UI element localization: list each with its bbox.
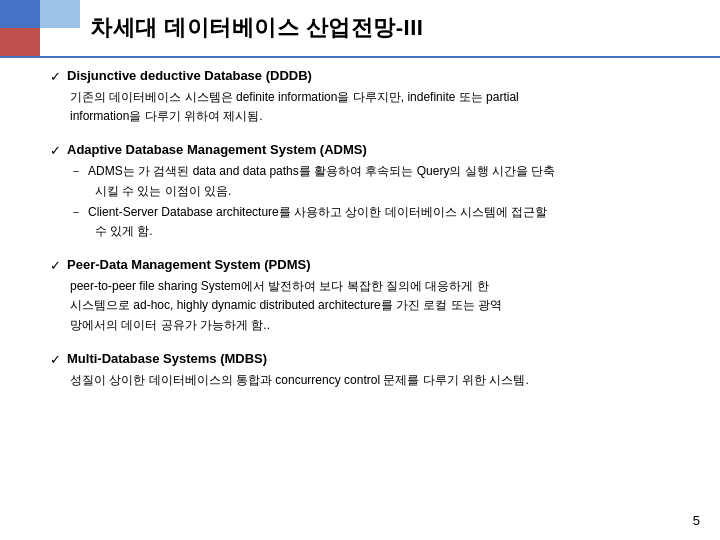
section-mdbs-body: 성질이 상이한 데이터베이스의 통합과 concurrency control … — [70, 371, 690, 390]
dash-icon: － — [70, 162, 82, 181]
checkmark-icon-3: ✓ — [50, 258, 61, 273]
adms-bullet-2-text: Client-Server Database architecture를 사용하… — [88, 203, 690, 241]
section-dddb: ✓ Disjunctive deductive Database (DDDB) … — [50, 68, 690, 126]
section-pdms-body: peer-to-peer file sharing System에서 발전하여 … — [70, 277, 690, 335]
checkmark-icon-4: ✓ — [50, 352, 61, 367]
accent-red — [0, 28, 40, 56]
header-bar: 차세대 데이터베이스 산업전망-III — [0, 0, 720, 56]
accent-blue — [0, 0, 40, 28]
dash-icon-2: － — [70, 203, 82, 222]
slide-content: ✓ Disjunctive deductive Database (DDDB) … — [50, 68, 690, 500]
checkmark-icon: ✓ — [50, 69, 61, 84]
section-mdbs-header: ✓ Multi-Database Systems (MDBS) — [50, 351, 690, 367]
mdbs-text: 성질이 상이한 데이터베이스의 통합과 concurrency control … — [70, 373, 529, 387]
checkmark-icon-2: ✓ — [50, 143, 61, 158]
section-adms: ✓ Adaptive Database Management System (A… — [50, 142, 690, 241]
section-adms-body: － ADMS는 가 검색된 data and data paths를 활용하여 … — [70, 162, 690, 241]
section-mdbs-title: Multi-Database Systems (MDBS) — [67, 351, 267, 366]
dddb-text: 기존의 데이터베이스 시스템은 definite information을 다루… — [70, 90, 519, 123]
slide-title: 차세대 데이터베이스 산업전망-III — [90, 13, 423, 43]
section-pdms-title: Peer-Data Management System (PDMS) — [67, 257, 310, 272]
header-line — [0, 56, 720, 58]
section-dddb-header: ✓ Disjunctive deductive Database (DDDB) — [50, 68, 690, 84]
adms-bullet-2: － Client-Server Database architecture를 사… — [70, 203, 690, 241]
section-adms-title: Adaptive Database Management System (ADM… — [67, 142, 367, 157]
accent-white — [40, 28, 80, 56]
adms-bullet-1: － ADMS는 가 검색된 data and data paths를 활용하여 … — [70, 162, 690, 200]
section-dddb-title: Disjunctive deductive Database (DDDB) — [67, 68, 312, 83]
adms-bullet-1-text: ADMS는 가 검색된 data and data paths를 활용하여 후속… — [88, 162, 690, 200]
header-accent — [0, 0, 80, 56]
slide-container: 차세대 데이터베이스 산업전망-III ✓ Disjunctive deduct… — [0, 0, 720, 540]
accent-pink — [40, 0, 80, 28]
section-dddb-body: 기존의 데이터베이스 시스템은 definite information을 다루… — [70, 88, 690, 126]
section-pdms-header: ✓ Peer-Data Management System (PDMS) — [50, 257, 690, 273]
section-pdms: ✓ Peer-Data Management System (PDMS) pee… — [50, 257, 690, 335]
page-number: 5 — [693, 513, 700, 528]
section-mdbs: ✓ Multi-Database Systems (MDBS) 성질이 상이한 … — [50, 351, 690, 390]
section-adms-header: ✓ Adaptive Database Management System (A… — [50, 142, 690, 158]
pdms-text: peer-to-peer file sharing System에서 발전하여 … — [70, 279, 502, 331]
